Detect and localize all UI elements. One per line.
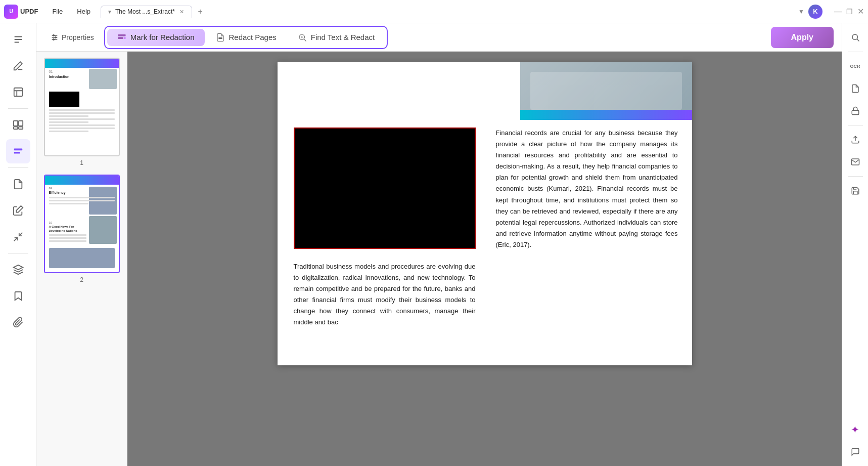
svg-rect-6 bbox=[14, 152, 20, 154]
maximize-button[interactable]: ❐ bbox=[846, 8, 853, 15]
right-ocr-icon[interactable]: OCR bbox=[845, 56, 865, 76]
page-top-image bbox=[520, 62, 692, 120]
svg-line-27 bbox=[857, 39, 859, 41]
right-ai-icon[interactable]: ✦ bbox=[845, 419, 865, 440]
viewer-wrapper: Traditional business models and procedur… bbox=[127, 52, 842, 466]
sidebar-icon-organize[interactable] bbox=[6, 113, 30, 137]
thumbnail-page-2[interactable]: 09 Efficiency 10 A Good News For Develop… bbox=[40, 175, 123, 283]
right-sidebar: OCR ✦ bbox=[842, 23, 868, 466]
svg-line-8 bbox=[14, 238, 17, 241]
redacted-area bbox=[294, 128, 476, 249]
redact-pages-button[interactable]: Redact Pages bbox=[206, 29, 287, 46]
thumb-label-2: 2 bbox=[80, 276, 83, 283]
right-column: Financial records are crucial for any bu… bbox=[490, 128, 692, 343]
sidebar-divider-1 bbox=[8, 108, 28, 109]
thumbnail-panel: 01 Introduction bbox=[36, 52, 127, 466]
svg-rect-3 bbox=[13, 127, 17, 130]
titlebar: U UPDF File Help ▼ The Most ...s_Extract… bbox=[0, 0, 868, 23]
apply-button[interactable]: Apply bbox=[771, 27, 834, 48]
redaction-toolbar: Mark for Redaction Redact Pages bbox=[104, 26, 388, 49]
thumb-header-1 bbox=[45, 59, 119, 68]
left-paragraph: Traditional business models and procedur… bbox=[294, 261, 476, 328]
svg-point-15 bbox=[55, 36, 57, 38]
svg-line-9 bbox=[19, 233, 22, 236]
svg-point-16 bbox=[53, 38, 55, 40]
sidebar-icon-attach[interactable] bbox=[6, 310, 30, 334]
right-search-icon[interactable] bbox=[845, 27, 865, 48]
properties-button[interactable]: Properties bbox=[44, 30, 100, 45]
sidebar-icon-bookmark[interactable] bbox=[6, 284, 30, 308]
svg-rect-0 bbox=[14, 88, 22, 97]
svg-line-22 bbox=[304, 39, 306, 41]
right-email-icon[interactable] bbox=[845, 152, 865, 172]
properties-icon bbox=[51, 33, 59, 41]
toolbar: Properties Mark for Redaction bbox=[36, 23, 842, 52]
mark-for-redaction-label: Mark for Redaction bbox=[130, 33, 195, 41]
svg-rect-20 bbox=[218, 37, 222, 39]
pdf-page: Traditional business models and procedur… bbox=[278, 62, 692, 365]
app-name: UPDF bbox=[20, 8, 38, 15]
svg-point-26 bbox=[852, 34, 858, 40]
svg-rect-5 bbox=[14, 149, 22, 151]
thumb-img-2: 09 Efficiency 10 A Good News For Develop… bbox=[44, 175, 120, 273]
find-text-redact-button[interactable]: Find Text & Redact bbox=[288, 29, 385, 46]
right-paragraph-full: Financial records are crucial for any bu… bbox=[496, 128, 678, 250]
menu-bar: File Help bbox=[46, 6, 97, 17]
svg-rect-18 bbox=[118, 37, 123, 39]
sidebar-icon-convert[interactable] bbox=[6, 172, 30, 196]
sidebar-icon-edit[interactable] bbox=[6, 80, 30, 104]
menu-help[interactable]: Help bbox=[71, 6, 97, 17]
svg-rect-19 bbox=[124, 37, 125, 39]
right-extract-icon[interactable] bbox=[845, 78, 865, 99]
active-tab[interactable]: ▼ The Most ...s_Extract* ✕ bbox=[101, 6, 192, 18]
sidebar-icon-compress[interactable] bbox=[6, 225, 30, 249]
svg-marker-7 bbox=[16, 206, 23, 213]
redact-pages-icon bbox=[216, 33, 225, 42]
right-save-icon[interactable] bbox=[845, 181, 865, 201]
content-main: 01 Introduction bbox=[36, 52, 842, 466]
pdf-viewer: Traditional business models and procedur… bbox=[127, 52, 842, 466]
redact-pages-label: Redact Pages bbox=[229, 33, 277, 41]
tab-bar: ▼ The Most ...s_Extract* ✕ + bbox=[101, 6, 798, 18]
apply-label: Apply bbox=[791, 33, 813, 41]
sidebar-icon-comment[interactable] bbox=[6, 54, 30, 78]
sidebar-divider-2 bbox=[8, 167, 28, 168]
minimize-button[interactable]: — bbox=[835, 8, 842, 15]
mark-redaction-icon bbox=[117, 33, 126, 42]
left-column: Traditional business models and procedur… bbox=[278, 128, 490, 343]
add-tab-button[interactable]: + bbox=[194, 6, 206, 18]
close-button[interactable]: ✕ bbox=[857, 8, 864, 15]
dropdown-arrow: ▼ bbox=[798, 8, 804, 15]
mark-for-redaction-button[interactable]: Mark for Redaction bbox=[107, 29, 205, 46]
sidebar-icon-read[interactable] bbox=[6, 27, 30, 52]
right-share-icon[interactable] bbox=[845, 130, 865, 150]
user-avatar[interactable]: K bbox=[808, 5, 823, 19]
menu-file[interactable]: File bbox=[46, 6, 69, 17]
tab-title: The Most ...s_Extract* bbox=[115, 8, 175, 15]
r-divider-3 bbox=[848, 176, 863, 177]
svg-rect-28 bbox=[852, 110, 859, 114]
right-chat-icon[interactable] bbox=[845, 442, 865, 462]
thumbnail-page-1[interactable]: 01 Introduction bbox=[40, 58, 123, 166]
svg-rect-2 bbox=[18, 121, 22, 126]
right-protect-icon[interactable] bbox=[845, 101, 865, 121]
svg-point-14 bbox=[53, 34, 55, 36]
thumb-label-1: 1 bbox=[80, 159, 83, 166]
logo-icon: U bbox=[4, 5, 18, 19]
content-area: Properties Mark for Redaction bbox=[36, 23, 842, 466]
sidebar-icon-sign[interactable] bbox=[6, 198, 30, 223]
sidebar-icon-layers[interactable] bbox=[6, 258, 30, 282]
r-divider-1 bbox=[848, 52, 863, 52]
sidebar-icon-redact[interactable] bbox=[6, 139, 30, 163]
tab-close-button[interactable]: ✕ bbox=[178, 8, 186, 16]
svg-rect-17 bbox=[118, 34, 125, 36]
window-controls: — ❐ ✕ bbox=[835, 8, 864, 15]
thumb-img-1: 01 Introduction bbox=[44, 58, 120, 156]
left-sidebar bbox=[0, 23, 36, 466]
r-divider-2 bbox=[848, 125, 863, 125]
app-logo: U UPDF bbox=[4, 5, 38, 19]
svg-rect-1 bbox=[13, 121, 17, 126]
find-text-redact-label: Find Text & Redact bbox=[311, 33, 375, 41]
properties-label: Properties bbox=[62, 33, 94, 41]
svg-marker-10 bbox=[13, 265, 22, 270]
